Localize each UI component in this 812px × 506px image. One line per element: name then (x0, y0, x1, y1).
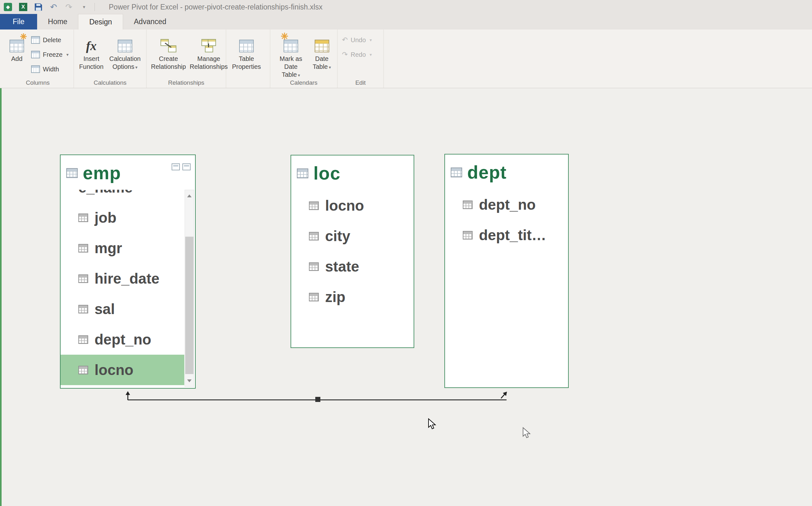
add-column-button[interactable]: Add (6, 33, 27, 63)
fx-icon: fx (86, 39, 96, 52)
field-row-locno-highlighted[interactable]: locno (61, 355, 184, 385)
field-row-clipped[interactable]: e_name (61, 190, 184, 202)
ribbon-group-columns: Add Delete Freeze ▾ Width Columns (2, 29, 74, 88)
field-grid-icon (309, 232, 319, 241)
ribbon-tab-row: File Home Design Advanced (0, 14, 812, 29)
mark-as-date-table-button[interactable]: Mark as Date Table▾ (275, 33, 307, 79)
field-row-state[interactable]: state (291, 251, 414, 282)
tab-design[interactable]: Design (78, 14, 123, 29)
ribbon-design: Add Delete Freeze ▾ Width Columns fx Ins… (0, 29, 812, 88)
table-card-emp[interactable]: emp e_name job mgr hire_date sal dept_no (60, 155, 196, 389)
scroll-thumb[interactable] (185, 237, 193, 374)
table-properties-label: Table Properties (231, 55, 262, 71)
field-row-mgr[interactable]: mgr (61, 233, 184, 263)
ribbon-group-edit: ↶ Undo ▾ ↷ Redo ▾ Edit (338, 29, 384, 88)
table-header-dept[interactable]: dept (445, 155, 568, 188)
table-properties-icon (239, 39, 254, 52)
column-width-button[interactable]: Width (31, 64, 69, 75)
left-edge-strip (0, 88, 2, 506)
field-row-city[interactable]: city (291, 221, 414, 251)
field-grid-icon (78, 214, 88, 222)
table-properties-button[interactable]: Table Properties (231, 33, 262, 71)
group-label-calendars: Calendars (270, 79, 337, 86)
powerpivot-app-icon[interactable]: ◈ (3, 2, 13, 12)
calculation-options-button[interactable]: Calculation Options▾ (108, 33, 142, 71)
tab-home[interactable]: Home (37, 14, 78, 29)
field-label: sal (95, 301, 115, 318)
table-title: dept (467, 162, 507, 183)
freeze-column-button[interactable]: Freeze ▾ (31, 49, 69, 60)
table-title: loc (313, 163, 340, 184)
save-icon[interactable] (33, 2, 43, 12)
undo-icon: ↶ (342, 36, 348, 44)
table-card-dept[interactable]: dept dept_no dept_tit… (444, 154, 569, 388)
create-relationship-icon (161, 39, 176, 52)
field-row-dept-no[interactable]: dept_no (61, 324, 184, 355)
table-header-loc[interactable]: loc (291, 156, 414, 189)
redo-button[interactable]: ↷ Redo ▾ (342, 49, 372, 60)
field-label: zip (325, 288, 345, 306)
table-corner-icons (172, 163, 191, 170)
field-row-hire-date[interactable]: hire_date (61, 263, 184, 294)
scroll-down-arrow[interactable] (185, 375, 194, 387)
tab-advanced[interactable]: Advanced (123, 14, 177, 29)
field-label: dept_no (95, 331, 151, 348)
field-grid-icon (78, 366, 88, 374)
field-label: e_name (78, 190, 184, 196)
manage-relationships-label: Manage Relationships (190, 55, 228, 71)
undo-button[interactable]: ↶ Undo ▾ (342, 34, 372, 46)
create-relationship-label: Create Relationship (151, 55, 186, 71)
group-label-relationships: Relationships (147, 79, 226, 86)
create-relationship-button[interactable]: Create Relationship (151, 33, 186, 71)
switch-view-icon[interactable] (172, 163, 180, 170)
relationship-midpoint-handle[interactable] (315, 397, 321, 402)
field-row-locno[interactable]: locno (291, 190, 414, 221)
excel-icon[interactable]: X (18, 2, 28, 12)
field-row-dept-no[interactable]: dept_no (445, 189, 568, 220)
field-label: locno (95, 361, 133, 378)
date-table-icon (314, 39, 329, 52)
ribbon-group-calculations: fx Insert Function Calculation Options▾ … (74, 29, 147, 88)
manage-relationships-button[interactable]: Manage Relationships (190, 33, 228, 71)
table-grid-icon (297, 168, 308, 178)
field-grid-icon (78, 274, 88, 283)
field-row-job[interactable]: job (61, 202, 184, 233)
add-column-label: Add (11, 55, 22, 63)
field-grid-icon (309, 293, 319, 302)
delete-column-button[interactable]: Delete (31, 34, 69, 46)
field-grid-icon (463, 231, 473, 240)
dropdown-caret-icon: ▾ (135, 65, 138, 70)
delete-column-label: Delete (43, 36, 61, 44)
field-grid-icon (309, 262, 319, 271)
group-label-calculations: Calculations (74, 79, 146, 86)
field-row-zip[interactable]: zip (291, 282, 414, 312)
field-row-sal[interactable]: sal (61, 294, 184, 324)
qat-customize-caret-icon[interactable]: ▾ (79, 2, 89, 12)
scroll-up-arrow[interactable] (185, 190, 194, 201)
group-label-columns: Columns (2, 79, 74, 86)
date-table-button[interactable]: Date Table▾ (311, 33, 333, 71)
table-grid-icon (451, 168, 462, 177)
field-label: mgr (95, 240, 122, 257)
field-label: hire_date (95, 270, 160, 287)
emp-scrollbar[interactable] (185, 190, 194, 387)
undo-label: Undo (351, 36, 366, 44)
tab-file[interactable]: File (0, 14, 37, 29)
field-grid-icon (78, 335, 88, 344)
undo-icon[interactable]: ↶ (49, 2, 58, 12)
insert-function-button[interactable]: fx Insert Function (78, 33, 104, 71)
redo-icon[interactable]: ↷ (64, 2, 74, 12)
maximize-icon[interactable] (182, 163, 191, 170)
redo-label: Redo (351, 51, 366, 58)
field-label: dept_tit… (479, 227, 546, 244)
titlebar: ◈ X ↶ ↷ ▾ Power Pivot for Excel - power-… (0, 0, 812, 14)
table-card-loc[interactable]: loc locno city state zip (290, 155, 414, 348)
field-row-dept-title[interactable]: dept_tit… (445, 220, 568, 250)
add-column-icon (9, 34, 24, 52)
field-label: city (325, 228, 350, 245)
table-header-emp[interactable]: emp (61, 155, 195, 189)
relationship-endpoint-emp-icon[interactable] (124, 391, 132, 400)
field-grid-icon (463, 200, 473, 209)
dropdown-caret-icon: ▾ (369, 37, 372, 43)
column-width-label: Width (43, 66, 59, 73)
